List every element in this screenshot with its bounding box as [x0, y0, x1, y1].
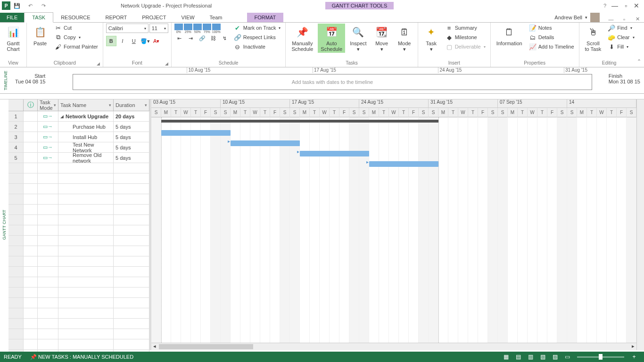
empty-row[interactable] — [8, 256, 149, 267]
collapse-icon[interactable]: ◢ — [60, 114, 64, 119]
view-taskusage-icon[interactable]: ▤ — [512, 354, 524, 360]
mark-on-track-button[interactable]: ✔Mark on Track▾ — [232, 24, 283, 32]
insert-task-button[interactable]: ✦Task▾ — [421, 24, 442, 53]
bold-button[interactable]: B — [106, 36, 116, 46]
task-bar[interactable] — [300, 151, 369, 156]
respect-links-button[interactable]: 🔗Respect Links — [232, 33, 283, 41]
information-button[interactable]: 🗒Information — [494, 24, 525, 47]
unlink-tasks-button[interactable]: ⛓ — [208, 33, 219, 43]
task-row[interactable]: 2 ▭→ Purchase Hub 5 days — [8, 122, 149, 132]
cell-name[interactable]: Purchase Hub — [58, 122, 114, 132]
milestone-button[interactable]: ◆Milestone — [444, 33, 487, 41]
fontcolor-button[interactable]: A▾ — [151, 36, 162, 46]
cell-name[interactable]: ◢Network Upgrade — [58, 111, 114, 121]
paste-button[interactable]: 📋 Paste — [30, 24, 50, 47]
tab-view[interactable]: VIEW — [173, 13, 202, 22]
add-to-timeline-button[interactable]: 📈Add to Timeline — [527, 42, 576, 51]
empty-row[interactable] — [8, 308, 149, 319]
summary-bar[interactable] — [161, 120, 438, 123]
details-button[interactable]: 🗂Details — [527, 33, 576, 41]
italic-button[interactable]: I — [117, 36, 128, 46]
task-bar[interactable] — [231, 140, 300, 146]
cell-name[interactable]: Install Hub — [58, 132, 114, 142]
cell-mode[interactable]: ▭→ — [38, 153, 58, 163]
row-number[interactable]: 1 — [8, 111, 24, 121]
percent-complete-buttons[interactable] — [174, 24, 230, 30]
cell-mode[interactable]: ▭→ — [38, 122, 58, 132]
tab-project[interactable]: PROJECT — [134, 13, 173, 22]
outdent-button[interactable]: ⇤ — [174, 33, 185, 43]
indent-button[interactable]: ⇥ — [186, 33, 196, 43]
cell-name[interactable]: Test New Network — [58, 142, 114, 152]
empty-row[interactable] — [8, 339, 149, 350]
empty-row[interactable] — [8, 173, 149, 184]
font-launcher[interactable]: ◢ — [165, 61, 168, 66]
inactivate-button[interactable]: ⊖Inactivate — [232, 42, 283, 51]
cell-info[interactable] — [24, 122, 38, 132]
ribbon-restore-icon[interactable]: ▫ — [618, 16, 631, 22]
cell-info[interactable] — [24, 153, 38, 163]
cell-info[interactable] — [24, 111, 38, 121]
close-icon[interactable]: ✕ — [634, 2, 639, 9]
zoom-slider[interactable] — [577, 356, 624, 358]
status-newtasks[interactable]: 📌 NEW TASKS : MANUALLY SCHEDULED — [30, 354, 133, 360]
gantt-chart-button[interactable]: 📊 Gantt Chart — [3, 24, 24, 53]
cell-mode[interactable]: ▭→ — [38, 111, 58, 121]
task-row[interactable]: 3 ▭→ Install Hub 5 days — [8, 132, 149, 142]
empty-row[interactable] — [8, 277, 149, 288]
copy-button[interactable]: ⧉Copy▾ — [52, 33, 100, 41]
th-info[interactable]: ⓘ — [24, 99, 38, 111]
split-task-button[interactable]: ↯ — [220, 33, 230, 43]
view-teamplanner-icon[interactable]: ▥ — [524, 354, 537, 360]
empty-row[interactable] — [8, 288, 149, 298]
empty-row[interactable] — [8, 205, 149, 215]
zoom-in-icon[interactable]: + — [628, 354, 640, 360]
view-report-icon[interactable]: ▨ — [549, 354, 561, 360]
task-row[interactable]: 1 ▭→ ◢Network Upgrade 20 days — [8, 111, 149, 122]
empty-row[interactable] — [8, 225, 149, 236]
empty-row[interactable] — [8, 236, 149, 246]
cell-info[interactable] — [24, 142, 38, 152]
font-size-select[interactable]: 11▾ — [149, 24, 168, 33]
ribbon-close-icon[interactable]: ✕ — [631, 16, 644, 22]
row-number[interactable]: 2 — [8, 122, 24, 132]
find-button[interactable]: 🔎Find▾ — [606, 24, 636, 32]
collapse-ribbon-icon[interactable]: ⌃ — [637, 58, 641, 65]
timeline-box[interactable]: Add tasks with dates to the timeline — [73, 74, 592, 90]
tab-team[interactable]: Team — [202, 13, 230, 22]
empty-row[interactable] — [8, 298, 149, 308]
empty-row[interactable] — [8, 319, 149, 329]
empty-row[interactable] — [8, 246, 149, 256]
gantt-hscroll[interactable]: ◂▸ — [151, 343, 636, 350]
cell-duration[interactable]: 5 days — [114, 132, 149, 142]
empty-row[interactable] — [8, 215, 149, 225]
zoom-out-icon[interactable]: ▭ — [561, 354, 573, 360]
task-row[interactable]: 4 ▭→ Test New Network 5 days — [8, 142, 149, 153]
restore-icon[interactable]: ▫ — [625, 2, 627, 9]
manually-schedule-button[interactable]: 📌Manually Schedule — [289, 24, 316, 53]
format-painter-button[interactable]: 🖌Format Painter — [52, 42, 100, 51]
row-number[interactable]: 4 — [8, 142, 24, 152]
avatar[interactable] — [590, 13, 600, 22]
minimize-icon[interactable]: — — [611, 2, 618, 9]
cell-duration[interactable]: 5 days — [114, 153, 149, 163]
tab-file[interactable]: FILE — [0, 13, 24, 22]
redo-icon[interactable]: ↷ — [37, 3, 50, 9]
mode-button[interactable]: 🗓Mode▾ — [394, 24, 415, 53]
clipboard-launcher[interactable]: ◢ — [97, 61, 100, 66]
th-rownum[interactable] — [8, 99, 24, 111]
user-menu-arrow[interactable]: ▾ — [585, 15, 587, 20]
clear-button[interactable]: 🧽Clear▾ — [606, 33, 636, 41]
row-number[interactable]: 3 — [8, 132, 24, 142]
empty-row[interactable] — [8, 194, 149, 205]
cell-name[interactable]: Remove Old network — [58, 153, 114, 163]
tab-format[interactable]: FORMAT — [247, 13, 284, 22]
cell-duration[interactable]: 5 days — [114, 142, 149, 152]
cell-info[interactable] — [24, 132, 38, 142]
cell-mode[interactable]: ▭→ — [38, 142, 58, 152]
view-gantt-icon[interactable]: ▦ — [500, 354, 512, 360]
user-name[interactable]: Andrew Bell — [554, 15, 582, 20]
task-bar[interactable] — [369, 161, 438, 167]
view-resourcesheet-icon[interactable]: ▧ — [537, 354, 549, 360]
th-name[interactable]: Task Name▾ — [58, 99, 114, 111]
